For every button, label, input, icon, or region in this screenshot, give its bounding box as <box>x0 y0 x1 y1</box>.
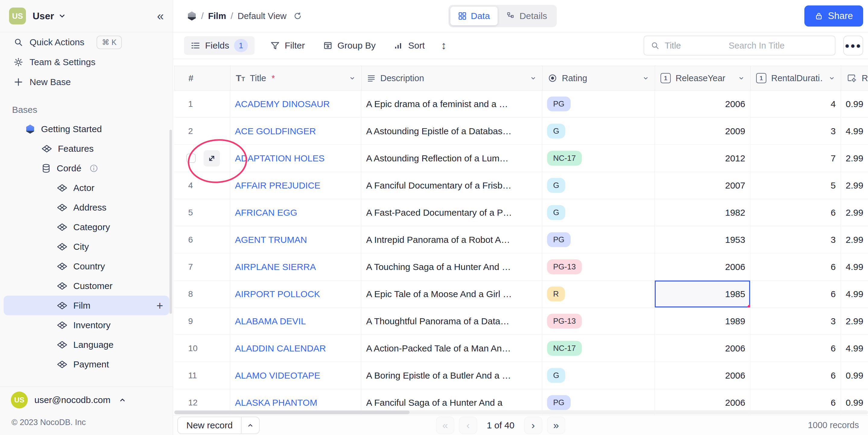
cell-rating[interactable]: R <box>542 281 655 307</box>
new-record-button[interactable]: New record <box>177 416 260 434</box>
cell-rating[interactable]: G <box>542 118 655 145</box>
cell-description[interactable]: A Thoughtful Panorama of a Data… <box>361 308 542 335</box>
row-checkbox[interactable] <box>186 154 196 163</box>
last-page-button[interactable]: » <box>547 416 565 434</box>
sidebar-item-payment[interactable]: Payment <box>4 354 169 374</box>
cell-release-year[interactable]: 2012 <box>655 145 750 172</box>
cell-title[interactable]: ALABAMA DEVIL <box>230 308 361 335</box>
cell-rating[interactable]: G <box>542 172 655 199</box>
cell-rental-rate[interactable]: 0.99 <box>841 91 868 117</box>
cell-release-year[interactable]: 1985 <box>655 281 750 307</box>
record-title-link[interactable]: AIRPORT POLLOCK <box>235 289 320 299</box>
tab-data[interactable]: Data <box>450 7 498 25</box>
cell-release-year[interactable]: 2006 <box>655 335 750 362</box>
cell-title[interactable]: AFFAIR PREJUDICE <box>230 172 361 199</box>
sidebar-collapse-icon[interactable]: « <box>157 10 164 22</box>
more-options-button[interactable]: ●●● <box>843 36 863 56</box>
filter-button[interactable]: Filter <box>270 40 305 51</box>
cell-release-year[interactable]: 1989 <box>655 308 750 335</box>
chevron-down-icon[interactable] <box>738 74 745 82</box>
chevron-down-icon[interactable] <box>642 74 649 82</box>
cell-rental-duration[interactable]: 5 <box>750 172 841 199</box>
cell-rental-duration[interactable]: 6 <box>750 362 841 389</box>
record-title-link[interactable]: AFRICAN EGG <box>235 208 298 218</box>
user-account-row[interactable]: US user@nocodb.com <box>0 386 173 413</box>
record-title-link[interactable]: AIRPLANE SIERRA <box>235 262 316 272</box>
record-title-link[interactable]: ALABAMA DEVIL <box>235 316 306 327</box>
cell-description[interactable]: A Astounding Reflection of a Lum… <box>361 145 542 172</box>
expand-record-button[interactable] <box>204 150 220 166</box>
column-header-title[interactable]: TTTitle* <box>230 66 362 90</box>
cell-rental-rate[interactable]: 2.99 <box>841 226 868 253</box>
cell-rental-duration[interactable]: 6 <box>750 253 841 280</box>
horizontal-scrollbar-thumb[interactable] <box>174 410 409 414</box>
sidebar-item-language[interactable]: Language <box>4 335 169 354</box>
sidebar-item-country[interactable]: Country <box>4 256 169 276</box>
cell-rating[interactable]: PG <box>542 91 655 117</box>
chevron-down-icon[interactable] <box>828 74 835 82</box>
cell-description[interactable]: A Epic Tale of a Moose And a Girl … <box>361 281 542 307</box>
cell-description[interactable]: A Boring Epistle of a Butler And a … <box>361 362 542 389</box>
cell-rating[interactable]: PG-13 <box>542 253 655 280</box>
cell-title[interactable]: ACE GOLDFINGER <box>230 118 361 145</box>
chevron-down-icon[interactable] <box>530 74 537 82</box>
sidebar-item-inventory[interactable]: Inventory <box>4 315 169 335</box>
record-title-link[interactable]: ALAMO VIDEOTAPE <box>235 370 320 381</box>
cell-rental-rate[interactable]: 4.99 <box>841 118 868 145</box>
column-header-description[interactable]: Description <box>362 66 542 90</box>
chevron-down-icon[interactable] <box>349 74 356 82</box>
team-settings-item[interactable]: Team & Settings <box>0 52 173 72</box>
cell-title[interactable]: AGENT TRUMAN <box>230 226 361 253</box>
sidebar-item-getting-started[interactable]: Getting Started <box>4 119 169 139</box>
cell-rental-rate[interactable]: 2.99 <box>841 308 868 335</box>
cell-rating[interactable]: PG <box>542 226 655 253</box>
record-title-link[interactable]: ALADDIN CALENDAR <box>235 343 326 353</box>
cell-rating[interactable]: NC-17 <box>542 335 655 362</box>
cell-description[interactable]: A Action-Packed Tale of a Man An… <box>361 335 542 362</box>
prev-page-button[interactable]: ‹ <box>459 416 477 434</box>
row-height-icon[interactable]: ↕ <box>441 39 446 52</box>
cell-rating[interactable]: NC-17 <box>542 145 655 172</box>
fields-button[interactable]: Fields 1 <box>184 36 254 55</box>
cell-rental-duration[interactable]: 6 <box>750 335 841 362</box>
new-record-label[interactable]: New record <box>178 417 241 434</box>
sidebar-item-category[interactable]: Category <box>4 217 169 237</box>
workspace-avatar[interactable]: US <box>9 7 26 25</box>
info-icon[interactable] <box>89 164 98 173</box>
search-field-selector[interactable]: Title <box>644 41 721 51</box>
cell-fill-handle[interactable] <box>747 305 750 307</box>
cell-release-year[interactable]: 2006 <box>655 362 750 389</box>
column-header-rental-duration[interactable]: 1RentalDurati… <box>751 66 841 90</box>
cell-title[interactable]: AIRPORT POLLOCK <box>230 281 361 307</box>
cell-rental-duration[interactable]: 6 <box>750 281 841 307</box>
cell-rental-rate[interactable]: 2.99 <box>841 199 868 226</box>
new-base-item[interactable]: New Base <box>0 72 173 92</box>
cell-title[interactable]: ALAMO VIDEOTAPE <box>230 362 361 389</box>
cell-rental-rate[interactable]: 2.99 <box>841 145 868 172</box>
sidebar-scrollbar[interactable] <box>169 130 172 314</box>
sort-button[interactable]: Sort <box>394 40 425 51</box>
record-title-link[interactable]: ADAPTATION HOLES <box>235 153 324 163</box>
cell-rental-duration[interactable]: 7 <box>750 145 841 172</box>
workspace-name[interactable]: User <box>33 10 54 22</box>
cell-rating[interactable]: G <box>542 362 655 389</box>
breadcrumb-view[interactable]: Default View <box>238 11 286 21</box>
cell-rental-rate[interactable]: 2.99 <box>841 172 868 199</box>
cell-title[interactable]: ADAPTATION HOLES <box>230 145 361 172</box>
next-page-button[interactable]: › <box>524 416 542 434</box>
cell-release-year[interactable]: 1953 <box>655 226 750 253</box>
share-button[interactable]: Share <box>804 5 863 27</box>
cell-rental-rate[interactable]: 0.99 <box>841 362 868 389</box>
cell-release-year[interactable]: 2006 <box>655 91 750 117</box>
cell-title[interactable]: ALADDIN CALENDAR <box>230 335 361 362</box>
sidebar-item-features[interactable]: Features <box>4 139 169 158</box>
sidebar-item-film[interactable]: Film+ <box>4 296 169 315</box>
cell-description[interactable]: A Epic drama of a feminist and a … <box>361 91 542 117</box>
search-input[interactable] <box>721 41 849 51</box>
cell-release-year[interactable]: 2006 <box>655 253 750 280</box>
cell-rental-rate[interactable]: 4.99 <box>841 335 868 362</box>
cell-rental-duration[interactable]: 3 <box>750 226 841 253</box>
cell-rental-rate[interactable]: 4.99 <box>841 281 868 307</box>
sidebar-item-cord[interactable]: Cordé <box>4 158 169 178</box>
column-header-rating[interactable]: Rating <box>542 66 655 90</box>
